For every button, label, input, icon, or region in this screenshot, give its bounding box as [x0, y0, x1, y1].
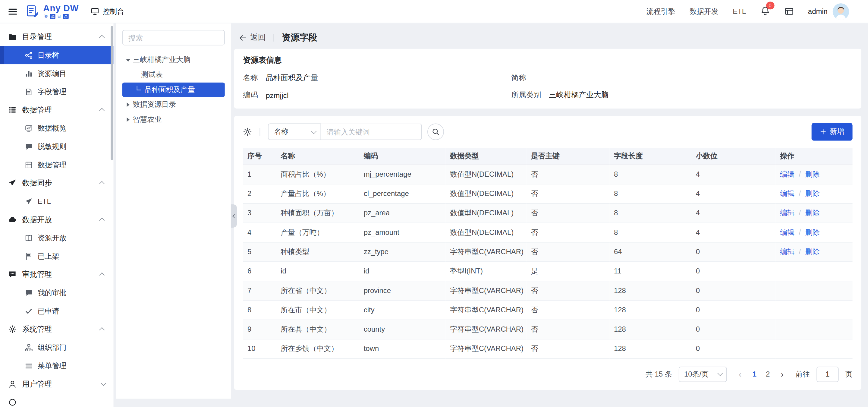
workspace-icon[interactable] — [784, 7, 794, 16]
app-logo[interactable]: Any DW 资源目录 — [25, 4, 79, 19]
sidebar-group-6[interactable]: 用户管理 — [0, 375, 114, 393]
sidebar-item-1-0[interactable]: 数据概览 — [0, 119, 114, 137]
table-cell: id — [276, 261, 360, 281]
table-row: 2产量占比（%）cl_percentage数值型N(DECIMAL)否84编辑/… — [243, 184, 852, 203]
logo-title: Any DW — [43, 4, 79, 13]
sidebar-item-3-1[interactable]: 已上架 — [0, 247, 114, 265]
gear-icon — [8, 325, 17, 334]
next-page-button[interactable]: › — [775, 369, 789, 379]
sidebar-item-4-0[interactable]: 我的审批 — [0, 283, 114, 302]
sidebar-item-label: 组织部门 — [38, 343, 67, 352]
add-field-button[interactable]: 新增 — [812, 123, 852, 141]
tree-node[interactable]: 数据资源目录 — [122, 97, 225, 112]
header-nav-link[interactable]: 数据开发 — [689, 6, 718, 16]
sidebar-group-0[interactable]: 目录管理 — [0, 28, 114, 46]
keyword-search-input[interactable] — [321, 124, 422, 140]
edit-link[interactable]: 编辑 — [780, 189, 795, 197]
table-cell: 8 — [610, 222, 691, 242]
info-section-title: 资源表信息 — [243, 56, 852, 65]
sidebar-group-7[interactable] — [0, 393, 114, 407]
divider — [259, 128, 260, 136]
info-field: 编码pzmjjcl — [243, 90, 511, 101]
page-title: 资源字段 — [282, 32, 317, 44]
sidebar-group-5[interactable]: 系统管理 — [0, 320, 114, 339]
sidebar-item-4-1[interactable]: 已申请 — [0, 302, 114, 320]
console-link[interactable]: 控制台 — [91, 6, 124, 16]
table-cell: 数值型N(DECIMAL) — [446, 165, 527, 184]
actions-cell — [775, 300, 852, 320]
search-icon — [432, 128, 440, 136]
column-settings-icon[interactable] — [243, 127, 252, 136]
page-number[interactable]: 1 — [748, 367, 761, 381]
goto-page-input[interactable] — [816, 366, 838, 382]
delete-link[interactable]: 删除 — [805, 170, 820, 178]
table-cell: 产量（万吨） — [276, 222, 360, 242]
sidebar-group-3[interactable]: 数据开放 — [0, 211, 114, 229]
column-header: 数据类型 — [446, 148, 527, 164]
header-nav-link[interactable]: 流程引擎 — [647, 6, 675, 16]
caret-down-icon[interactable] — [126, 59, 130, 62]
search-button[interactable] — [427, 124, 444, 140]
sidebar-item-1-1[interactable]: 脱敏规则 — [0, 137, 114, 156]
table-row: 7所在省（中文）province字符串型C(VARCHAR)否1280 — [243, 281, 852, 300]
sidebar-item-5-0[interactable]: 组织部门 — [0, 338, 114, 357]
sidebar-item-0-1[interactable]: 资源编目 — [0, 64, 114, 83]
chevron-down-icon — [311, 128, 316, 133]
delete-link[interactable]: 删除 — [805, 228, 820, 237]
edit-link[interactable]: 编辑 — [780, 170, 795, 178]
info-field-value: pzmjjcl — [266, 91, 289, 99]
chevron-up-icon — [99, 218, 104, 223]
delete-link[interactable]: 删除 — [805, 209, 820, 217]
page-size-select[interactable]: 10条/页 — [679, 366, 727, 382]
table-cell: county — [359, 320, 446, 339]
sidebar-group-4[interactable]: 审批管理 — [0, 265, 114, 284]
back-button[interactable]: 返回 — [239, 33, 266, 42]
caret-right-icon[interactable] — [127, 102, 130, 107]
edit-link[interactable]: 编辑 — [780, 228, 795, 237]
sidebar-item-5-1[interactable]: 菜单管理 — [0, 357, 114, 375]
table-row: 10所在乡镇（中文）town字符串型C(VARCHAR)否1280 — [243, 339, 852, 358]
sidebar-scrollbar[interactable] — [111, 26, 113, 160]
sidebar-item-label: 已申请 — [38, 306, 59, 316]
delete-link[interactable]: 删除 — [805, 189, 820, 197]
sidebar-item-0-0[interactable]: 目录树 — [0, 46, 114, 64]
sidebar-group-2[interactable]: 数据同步 — [0, 174, 114, 192]
sidebar-item-2-0[interactable]: ETL — [0, 192, 114, 211]
hamburger-menu-icon[interactable] — [8, 6, 18, 16]
edit-link[interactable]: 编辑 — [780, 209, 795, 217]
collapse-panel-button[interactable] — [231, 205, 237, 228]
caret-right-icon[interactable] — [127, 117, 130, 122]
sidebar-item-1-2[interactable]: 数据管理 — [0, 156, 114, 174]
chat-dots-icon — [8, 270, 17, 279]
table-cell: 否 — [527, 184, 610, 203]
table-cell: 128 — [610, 300, 691, 320]
table-row: 9所在县（中文）county字符串型C(VARCHAR)否1280 — [243, 320, 852, 339]
paper-plane-icon — [8, 179, 17, 187]
sidebar-item-0-2[interactable]: 字段管理 — [0, 83, 114, 101]
user-icon — [8, 380, 17, 388]
info-field-label: 简称 — [511, 73, 526, 83]
header-nav-link[interactable]: ETL — [733, 7, 746, 16]
tree-node[interactable]: 智慧农业 — [122, 113, 225, 127]
table-cell: 种植类型 — [276, 242, 360, 261]
info-field: 名称品种面积及产量 — [243, 73, 511, 84]
tree-node[interactable]: 测试表 — [122, 67, 225, 82]
prev-page-button[interactable]: ‹ — [734, 369, 747, 379]
delete-link[interactable]: 删除 — [805, 247, 820, 256]
table-cell: 11 — [610, 261, 691, 281]
notifications-button[interactable]: 0 — [761, 6, 770, 17]
page-number[interactable]: 2 — [761, 367, 775, 381]
tree-search-input[interactable] — [122, 30, 225, 45]
sidebar-group-1[interactable]: 数据管理 — [0, 101, 114, 119]
column-header: 小数位 — [691, 148, 775, 164]
info-field-value: 三峡柑橘产业大脑 — [549, 90, 609, 100]
edit-link[interactable]: 编辑 — [780, 247, 795, 256]
filter-field-select[interactable]: 名称 — [268, 124, 321, 140]
sidebar-item-label: 数据管理 — [38, 160, 67, 170]
table-cell: 10 — [243, 339, 276, 358]
user-menu[interactable]: admin — [808, 3, 849, 20]
table-cell: mj_percentage — [359, 165, 446, 184]
tree-node[interactable]: 品种面积及产量 — [122, 83, 225, 97]
sidebar-item-3-0[interactable]: 资源开放 — [0, 229, 114, 247]
tree-node[interactable]: 三峡柑橘产业大脑 — [122, 53, 225, 67]
